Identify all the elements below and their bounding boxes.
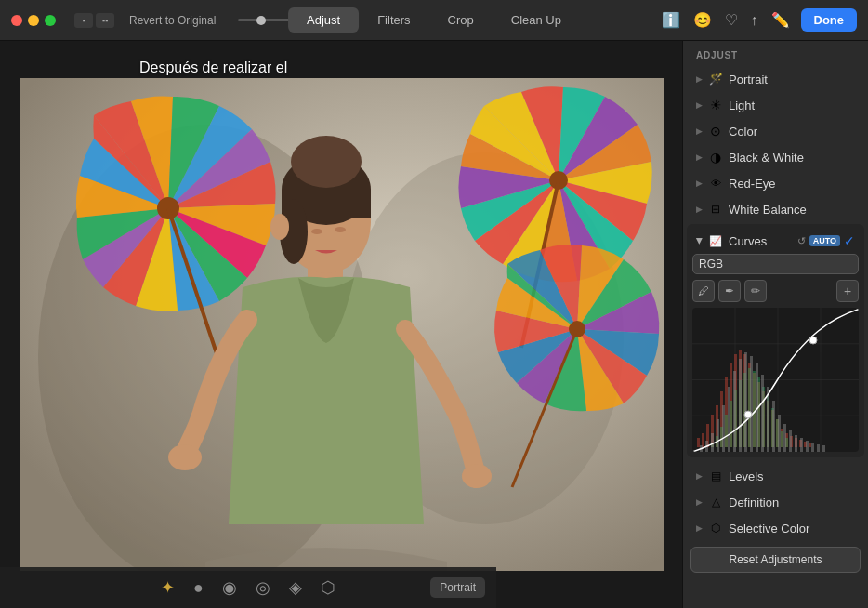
split-view-button[interactable]: ▪▪ — [96, 13, 114, 28]
svg-rect-50 — [809, 443, 811, 447]
done-button[interactable]: Done — [801, 8, 858, 32]
traffic-lights — [11, 15, 56, 26]
curves-chevron[interactable]: ▶ — [695, 238, 704, 245]
svg-rect-82 — [778, 415, 781, 452]
tab-adjust[interactable]: Adjust — [288, 7, 359, 33]
single-view-button[interactable]: ▪ — [74, 13, 93, 28]
main-content: Después de realizar elajuste de las curv… — [0, 41, 868, 608]
light-label: Light — [729, 99, 855, 112]
white-point-eyedropper[interactable]: ✏ — [744, 280, 767, 302]
curves-auto-badge[interactable]: AUTO — [809, 235, 840, 246]
right-panel: ADJUST ▶ 🪄 Portrait ▶ ☀ Light ▶ ⊙ Color … — [682, 41, 868, 608]
svg-rect-89 — [817, 444, 820, 452]
circle-icon-1[interactable]: ● — [193, 578, 204, 598]
star-icon[interactable]: ✦ — [161, 577, 175, 598]
svg-rect-74 — [733, 371, 736, 452]
circle-icon-3[interactable]: ◎ — [256, 577, 270, 598]
levels-chevron: ▶ — [696, 471, 703, 481]
rgb-select[interactable]: RGB Red Green Blue — [692, 254, 859, 274]
portrait-button[interactable]: Portrait — [430, 577, 485, 598]
share-button[interactable]: ↑ — [749, 10, 760, 31]
circle-icon-2[interactable]: ◉ — [222, 577, 237, 598]
svg-rect-60 — [753, 371, 756, 447]
photo-image — [20, 78, 664, 571]
panel-header: ADJUST — [683, 41, 868, 66]
curves-icon: 📈 — [708, 233, 723, 248]
svg-point-17 — [291, 136, 362, 188]
svg-rect-70 — [711, 433, 714, 452]
portrait-item[interactable]: ▶ 🪄 Portrait — [687, 66, 864, 92]
levels-label: Levels — [729, 469, 855, 483]
reset-adjustments-button[interactable]: Reset Adjustments — [690, 547, 861, 573]
titlebar-right: ℹ️ 😊 ♡ ↑ ✏️ Done — [660, 8, 858, 32]
red-eye-item[interactable]: ▶ 👁 Red-Eye — [687, 170, 864, 196]
selective-color-item[interactable]: ▶ ⬡ Selective Color — [687, 515, 864, 541]
eyedropper-row: 🖊 ✒ ✏ + — [692, 280, 859, 302]
portrait-label: Portrait — [729, 73, 855, 86]
bottom-toolbar: ✦ ● ◉ ◎ ◈ ⬡ Portrait — [0, 567, 496, 608]
selective-color-label: Selective Color — [729, 522, 855, 535]
color-chevron: ▶ — [696, 126, 703, 136]
tab-filters[interactable]: Filters — [359, 7, 428, 33]
svg-rect-75 — [739, 359, 742, 452]
gray-point-eyedropper[interactable]: ✒ — [718, 280, 741, 302]
white-balance-chevron: ▶ — [696, 205, 703, 214]
photo-area: Después de realizar elajuste de las curv… — [0, 41, 682, 608]
circle-icon-4[interactable]: ◈ — [289, 577, 302, 598]
add-point-button[interactable]: + — [836, 280, 859, 302]
light-item[interactable]: ▶ ☀ Light — [687, 92, 864, 118]
definition-chevron: ▶ — [696, 497, 703, 507]
tab-cleanup[interactable]: Clean Up — [493, 7, 580, 33]
svg-rect-77 — [750, 356, 753, 452]
definition-icon: △ — [708, 495, 723, 509]
close-button[interactable] — [11, 15, 22, 26]
curves-undo-button[interactable]: ↺ — [797, 235, 806, 247]
color-item[interactable]: ▶ ⊙ Color — [687, 118, 864, 144]
titlebar-left: ▪ ▪▪ Revert to Original − + — [11, 13, 303, 28]
white-balance-icon: ⊟ — [708, 202, 723, 217]
view-toggle: ▪ ▪▪ — [74, 13, 114, 28]
black-white-chevron: ▶ — [696, 152, 703, 162]
curves-svg — [692, 308, 859, 452]
hex-icon[interactable]: ⬡ — [321, 577, 335, 598]
definition-label: Definition — [729, 496, 855, 509]
svg-rect-27 — [702, 433, 704, 447]
minimize-button[interactable] — [28, 15, 39, 26]
light-icon: ☀ — [708, 98, 723, 112]
white-balance-item[interactable]: ▶ ⊟ White Balance — [687, 196, 864, 222]
curves-check-icon[interactable]: ✓ — [844, 233, 855, 248]
red-eye-chevron: ▶ — [696, 178, 703, 188]
selective-color-chevron: ▶ — [696, 523, 703, 533]
photo-svg — [20, 78, 664, 571]
black-white-label: Black & White — [729, 151, 855, 165]
levels-item[interactable]: ▶ ▤ Levels — [687, 463, 864, 489]
svg-point-91 — [744, 411, 752, 418]
maximize-button[interactable] — [45, 15, 56, 26]
svg-point-16 — [335, 227, 346, 232]
white-balance-label: White Balance — [729, 203, 855, 217]
svg-rect-85 — [795, 435, 797, 452]
revert-button[interactable]: Revert to Original — [129, 14, 216, 27]
tab-crop[interactable]: Crop — [429, 7, 493, 33]
selective-color-icon: ⬡ — [708, 521, 723, 535]
emoji-button[interactable]: 😊 — [691, 9, 714, 31]
black-white-item[interactable]: ▶ ◑ Black & White — [687, 144, 864, 170]
svg-rect-87 — [806, 441, 809, 452]
svg-rect-83 — [783, 424, 786, 452]
red-eye-label: Red-Eye — [729, 177, 855, 191]
levels-icon: ▤ — [708, 469, 723, 483]
tab-bar: Adjust Filters Crop Clean Up — [288, 7, 580, 33]
more-button[interactable]: ✏️ — [769, 9, 792, 31]
curves-graph[interactable] — [692, 308, 859, 452]
zoom-slider[interactable] — [238, 19, 294, 21]
curves-controls: ↺ AUTO ✓ — [797, 233, 855, 248]
info-button[interactable]: ℹ️ — [660, 9, 682, 31]
color-label: Color — [729, 125, 855, 139]
favorite-button[interactable]: ♡ — [723, 9, 740, 31]
black-point-eyedropper[interactable]: 🖊 — [692, 280, 715, 302]
definition-item[interactable]: ▶ △ Definition — [687, 489, 864, 515]
svg-point-18 — [168, 444, 202, 470]
black-white-icon: ◑ — [708, 150, 723, 165]
svg-rect-73 — [728, 387, 730, 452]
portrait-icon: 🪄 — [708, 72, 723, 86]
